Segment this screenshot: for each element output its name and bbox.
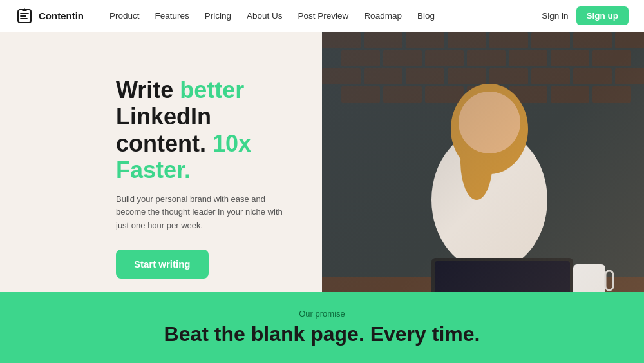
svg-rect-12 <box>425 50 464 66</box>
nav-pricing[interactable]: Pricing <box>205 11 231 21</box>
svg-rect-5 <box>448 32 486 48</box>
svg-rect-25 <box>341 86 380 103</box>
promise-headline: Beat the blank page. Every time. <box>164 322 480 346</box>
logo-text: Contentin <box>39 10 84 21</box>
svg-rect-7 <box>531 32 570 48</box>
hero-subtext: Build your personal brand with ease and … <box>116 193 283 233</box>
svg-rect-13 <box>467 50 506 66</box>
hero-headline: Write better LinkedIn content. 10x Faste… <box>116 77 283 184</box>
svg-rect-19 <box>406 68 444 84</box>
svg-rect-28 <box>467 86 506 103</box>
svg-point-33 <box>431 129 547 271</box>
start-writing-button[interactable]: Start writing <box>116 250 209 279</box>
svg-rect-24 <box>615 68 644 84</box>
headline-part2: LinkedIn content. <box>116 103 213 156</box>
svg-rect-23 <box>573 68 612 84</box>
svg-rect-11 <box>383 50 422 66</box>
svg-rect-30 <box>551 86 589 103</box>
svg-rect-21 <box>489 68 528 84</box>
promise-section: Our promise Beat the blank page. Every t… <box>0 292 644 363</box>
svg-rect-27 <box>425 86 464 103</box>
svg-rect-29 <box>509 86 547 103</box>
signin-link[interactable]: Sign in <box>542 11 568 21</box>
nav-about[interactable]: About Us <box>247 11 283 21</box>
svg-rect-8 <box>573 32 612 48</box>
svg-rect-2 <box>322 32 361 48</box>
nav-product[interactable]: Product <box>109 11 140 21</box>
svg-rect-17 <box>322 68 361 84</box>
svg-rect-14 <box>509 50 547 66</box>
our-promise-label: Our promise <box>299 309 345 319</box>
svg-rect-6 <box>489 32 528 48</box>
svg-rect-42 <box>605 271 613 290</box>
headline-part1: Write <box>116 77 180 103</box>
svg-rect-18 <box>364 68 402 84</box>
svg-rect-9 <box>615 32 644 48</box>
logo-link[interactable]: Contentin <box>15 7 84 25</box>
navbar: Contentin Product Features Pricing About… <box>0 0 644 32</box>
nav-links: Product Features Pricing About Us Post P… <box>109 11 542 21</box>
svg-point-37 <box>459 92 520 153</box>
svg-rect-22 <box>531 68 570 84</box>
svg-point-36 <box>460 123 493 200</box>
svg-rect-20 <box>448 68 486 84</box>
logo-icon <box>15 7 33 25</box>
svg-rect-15 <box>551 50 589 66</box>
svg-rect-31 <box>592 86 631 103</box>
nav-post-preview[interactable]: Post Preview <box>298 11 349 21</box>
svg-rect-3 <box>364 32 402 48</box>
svg-point-35 <box>451 84 528 174</box>
signup-button[interactable]: Sign up <box>576 6 629 25</box>
nav-features[interactable]: Features <box>155 11 189 21</box>
nav-actions: Sign in Sign up <box>542 6 629 25</box>
svg-rect-16 <box>592 50 631 66</box>
headline-green: better <box>180 77 244 103</box>
svg-rect-4 <box>406 32 444 48</box>
svg-rect-10 <box>341 50 380 66</box>
nav-blog[interactable]: Blog <box>417 11 435 21</box>
nav-roadmap[interactable]: Roadmap <box>364 11 402 21</box>
svg-rect-26 <box>383 86 422 103</box>
svg-point-34 <box>454 87 525 158</box>
